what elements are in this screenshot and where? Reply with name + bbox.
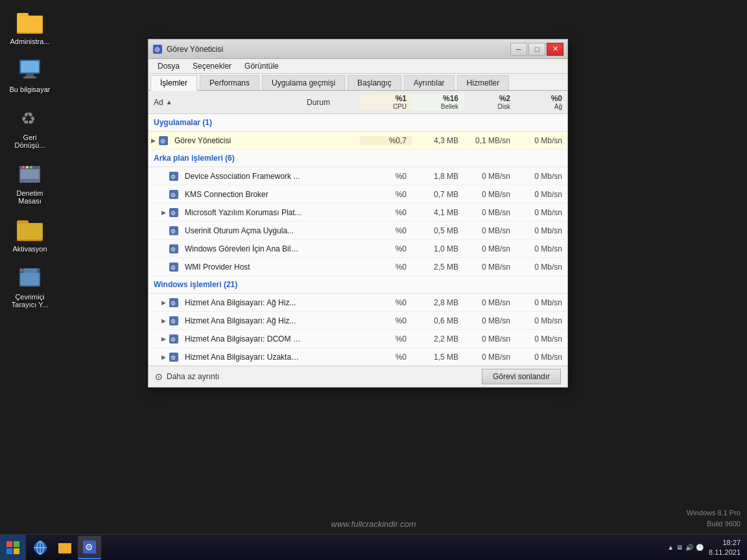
- col-name-label: Ad: [154, 98, 163, 107]
- svg-text:♻: ♻: [21, 109, 36, 128]
- table-row[interactable]: ▶⚙Hizmet Ana Bilgisayarı: Ağ Hiz...%02,8…: [148, 294, 567, 312]
- tray-arrow-icon[interactable]: ▲: [667, 544, 674, 551]
- tab-baslangic[interactable]: Başlangıç: [348, 75, 401, 90]
- table-body[interactable]: Uygulamalar (1)▶⚙Görev Yöneticisi%0,74,3…: [148, 114, 567, 366]
- desktop-icon-activation[interactable]: Aktivasyon: [6, 214, 53, 255]
- row-disk-value: 0 MB/sn: [464, 353, 516, 362]
- menu-dosya[interactable]: Dosya: [151, 60, 186, 72]
- svg-rect-50: [6, 548, 12, 554]
- col-memory-header[interactable]: %16 Bellek: [412, 94, 464, 110]
- desktop-icon-recycle[interactable]: ♻ Geri Dönüşü...: [6, 102, 53, 152]
- menu-secenekler[interactable]: Seçenekler: [186, 60, 238, 72]
- row-memory-value: 1,8 MB: [412, 172, 464, 181]
- row-cpu-value: %0: [360, 262, 412, 272]
- row-memory-value: 0,6 MB: [412, 316, 464, 325]
- col-status-header[interactable]: Durum: [302, 98, 360, 107]
- row-name-label: Hizmet Ana Bilgisayarı: Ağ Hiz...: [182, 298, 302, 307]
- row-disk-value: 0,1 MB/sn: [464, 136, 516, 145]
- desktop-icon-admin-label: Administra...: [10, 38, 49, 45]
- row-expand-arrow[interactable]: ▶: [159, 354, 168, 360]
- svg-text:⚙: ⚙: [171, 210, 176, 216]
- col-name-header[interactable]: Ad ▲: [148, 98, 302, 107]
- table-row[interactable]: ▶⚙Microsoft Yazılım Koruması Plat...%04,…: [148, 204, 567, 222]
- row-name-label: Hizmet Ana Bilgisayarı: Ağ Hiz...: [182, 316, 302, 325]
- recycle-icon: ♻: [17, 105, 43, 131]
- table-row[interactable]: ⚙Windows Görevleri İçin Ana Bilg...%01,0…: [148, 240, 567, 258]
- table-row[interactable]: ⚙WMI Provider Host%02,5 MB0 MB/sn0 Mb/sn: [148, 258, 567, 276]
- less-detail-label: Daha az ayrıntı: [167, 372, 219, 381]
- desktop-icon-admin[interactable]: Administra...: [6, 6, 53, 48]
- row-name-label: KMS Connection Broker: [182, 190, 302, 199]
- desktop-icon-browser[interactable]: Çevrimiçi Tarayıcı Y...: [6, 262, 53, 311]
- close-button[interactable]: ✕: [547, 43, 563, 56]
- column-header: Ad ▲ Durum %1 CPU %16 Bellek %2 Disk: [148, 91, 567, 114]
- table-row[interactable]: ⚙Device Association Framework ...%01,8 M…: [148, 167, 567, 185]
- table-row[interactable]: ⚙KMS Connection Broker%00,7 MB0 MB/sn0 M…: [148, 185, 567, 204]
- row-expand-arrow[interactable]: ▶: [159, 299, 168, 306]
- taskbar-taskmanager-icon[interactable]: ⚙: [78, 536, 101, 559]
- row-process-icon: ⚙: [168, 315, 180, 327]
- desktop-icon-activation-label: Aktivasyon: [12, 245, 47, 253]
- desktop: Administra... Bu bilgisayar ♻ Geri Dönüş…: [0, 0, 747, 560]
- less-detail-button[interactable]: ⊙ Daha az ayrıntı: [155, 371, 219, 382]
- row-memory-value: 0,5 MB: [412, 226, 464, 235]
- watermark: www.fullcrackindir.com: [331, 519, 416, 529]
- row-process-icon: ⚙: [168, 207, 180, 218]
- svg-text:⚙: ⚙: [171, 192, 176, 198]
- row-cpu-value: %0: [360, 353, 412, 362]
- svg-text:⚙: ⚙: [171, 264, 176, 271]
- svg-rect-51: [14, 548, 19, 554]
- activation-folder-icon: [17, 216, 43, 242]
- end-task-button[interactable]: Görevi sonlandır: [482, 369, 561, 384]
- table-row[interactable]: ▶⚙Görev Yöneticisi%0,74,3 MB0,1 MB/sn0 M…: [148, 132, 567, 150]
- row-expand-arrow[interactable]: ▶: [159, 336, 168, 342]
- row-name-label: Microsoft Yazılım Koruması Plat...: [182, 208, 302, 217]
- start-button[interactable]: [0, 535, 26, 561]
- tab-performans[interactable]: Performans: [200, 75, 259, 90]
- table-area: Ad ▲ Durum %1 CPU %16 Bellek %2 Disk: [148, 91, 567, 366]
- col-disk-header[interactable]: %2 Disk: [464, 94, 516, 110]
- svg-rect-22: [23, 268, 38, 273]
- table-row[interactable]: ▶⚙Hizmet Ana Bilgisayarı: Ağ Hiz...%00,6…: [148, 312, 567, 330]
- row-net-value: 0 Mb/sn: [516, 226, 567, 235]
- desktop-icon-settings-label: Denetim Masası: [9, 189, 51, 205]
- tray-network-icon[interactable]: 🖥: [676, 544, 683, 551]
- minimize-button[interactable]: ─: [510, 43, 527, 56]
- desktop-icon-recycle-label: Geri Dönüşü...: [9, 134, 51, 149]
- row-memory-value: 1,0 MB: [412, 244, 464, 253]
- desktop-icon-computer[interactable]: Bu bilgisayar: [6, 54, 53, 96]
- row-process-icon: ⚙: [168, 170, 180, 182]
- row-disk-value: 0 MB/sn: [464, 208, 516, 217]
- tab-ayrintilar[interactable]: Ayrıntılar: [404, 75, 455, 90]
- taskbar-items: ⚙: [26, 536, 661, 559]
- taskbar-explorer-icon[interactable]: [53, 536, 77, 559]
- row-process-icon: ⚙: [168, 225, 180, 237]
- row-disk-value: 0 MB/sn: [464, 226, 516, 235]
- table-row[interactable]: ▶⚙Hizmet Ana Bilgisayarı: DCOM S...%02,2…: [148, 330, 567, 348]
- col-net-header[interactable]: %0 Ağ: [516, 94, 567, 110]
- taskbar-ie-icon[interactable]: [29, 536, 52, 559]
- tab-hizmetler[interactable]: Hizmetler: [457, 75, 510, 90]
- table-row[interactable]: ⚙Userinit Oturum Açma Uygula...%00,5 MB0…: [148, 222, 567, 240]
- tab-uygulama-gecmisi[interactable]: Uygulama geçmişi: [262, 75, 345, 90]
- menu-goruntule[interactable]: Görüntüle: [238, 60, 285, 72]
- row-disk-value: 0 MB/sn: [464, 190, 516, 199]
- monitor-icon: [17, 57, 43, 83]
- tray-volume-icon[interactable]: 🔊: [685, 544, 693, 551]
- desktop-icon-computer-label: Bu bilgisayar: [10, 86, 51, 93]
- desktop-icon-settings[interactable]: Denetim Masası: [6, 158, 53, 207]
- col-cpu-header[interactable]: %1 CPU: [360, 94, 412, 110]
- table-row[interactable]: ▶⚙Hizmet Ana Bilgisayarı: Uzaktan...%01,…: [148, 348, 567, 366]
- row-name-label: WMI Provider Host: [182, 262, 302, 272]
- row-cpu-value: %0: [360, 208, 412, 217]
- row-name-label: Hizmet Ana Bilgisayarı: Uzaktan...: [182, 353, 302, 362]
- svg-rect-6: [26, 74, 34, 76]
- row-expand-arrow[interactable]: ▶: [159, 209, 168, 216]
- row-expand-arrow[interactable]: ▶: [159, 318, 168, 324]
- row-expand-arrow[interactable]: ▶: [148, 137, 158, 144]
- clock[interactable]: 18:27 8.11.2021: [709, 538, 741, 557]
- tab-islemler[interactable]: İşlemler: [150, 75, 197, 91]
- maximize-button[interactable]: □: [528, 43, 545, 56]
- svg-rect-18: [18, 224, 42, 239]
- row-memory-value: 0,7 MB: [412, 190, 464, 199]
